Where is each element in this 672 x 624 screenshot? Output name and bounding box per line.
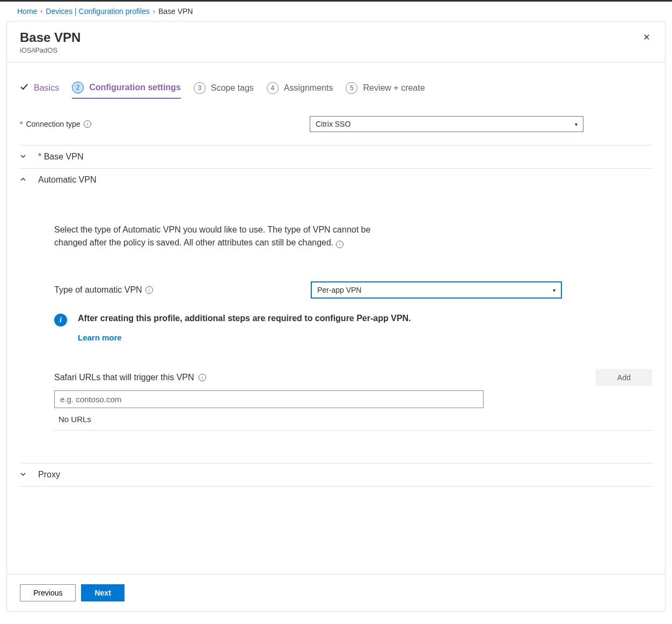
section-title: * Base VPN	[38, 152, 83, 162]
info-icon: i	[54, 314, 67, 326]
next-button[interactable]: Next	[81, 584, 124, 601]
tab-label: Scope tags	[211, 83, 254, 93]
section-proxy[interactable]: Proxy	[20, 463, 652, 487]
info-icon[interactable]: i	[84, 120, 91, 128]
blade-panel: Base VPN iOS/iPadOS ✕ Basics 2 Configura…	[6, 21, 666, 612]
safari-url-input[interactable]	[54, 390, 484, 408]
breadcrumb: Home › Devices | Configuration profiles …	[0, 2, 672, 21]
learn-more-link[interactable]: Learn more	[78, 333, 122, 342]
required-star: *	[20, 120, 23, 128]
tab-configuration-settings[interactable]: 2 Configuration settings	[72, 82, 181, 99]
chevron-up-icon	[20, 176, 27, 184]
tab-basics[interactable]: Basics	[20, 83, 59, 98]
chevron-down-icon: ▾	[553, 287, 556, 293]
page-subtitle: iOS/iPadOS	[20, 46, 81, 54]
footer: Previous Next	[7, 574, 665, 611]
step-number: 2	[72, 82, 84, 93]
breadcrumb-devices[interactable]: Devices | Configuration profiles	[46, 7, 150, 16]
breadcrumb-home[interactable]: Home	[17, 7, 37, 16]
info-icon[interactable]: i	[199, 374, 206, 381]
previous-button[interactable]: Previous	[20, 584, 76, 601]
select-value: Per-app VPN	[317, 286, 361, 294]
tab-label: Review + create	[363, 83, 425, 93]
tab-label: Basics	[34, 83, 59, 93]
tab-label: Configuration settings	[89, 83, 181, 92]
info-icon[interactable]: i	[145, 286, 153, 294]
step-number: 5	[346, 82, 357, 94]
blade-header: Base VPN iOS/iPadOS ✕	[7, 21, 665, 62]
tab-review-create[interactable]: 5 Review + create	[346, 82, 425, 98]
connection-type-row: * Connection type i Citrix SSO ▾	[20, 114, 652, 134]
no-urls-text: No URLs	[54, 408, 652, 431]
automatic-vpn-type-select[interactable]: Per-app VPN ▾	[311, 281, 562, 299]
section-title: Proxy	[38, 470, 60, 480]
section-automatic-vpn[interactable]: Automatic VPN	[20, 169, 652, 191]
section-title: Automatic VPN	[38, 175, 96, 185]
automatic-vpn-type-label: Type of automatic VPN	[54, 285, 142, 295]
connection-type-select[interactable]: Citrix SSO ▾	[310, 116, 583, 132]
close-icon: ✕	[643, 33, 650, 42]
blade-content: Basics 2 Configuration settings 3 Scope …	[7, 82, 665, 487]
step-number: 4	[267, 82, 279, 94]
info-banner: i After creating this profile, additiona…	[54, 314, 652, 342]
help-text: Select the type of Automatic VPN you wou…	[54, 223, 387, 249]
chevron-right-icon: ›	[153, 8, 155, 15]
check-icon	[20, 83, 28, 93]
breadcrumb-current: Base VPN	[158, 7, 193, 16]
connection-type-label: Connection type	[26, 120, 80, 128]
info-banner-text: After creating this profile, additional …	[78, 314, 411, 323]
step-number: 3	[194, 82, 206, 94]
info-icon[interactable]: i	[336, 241, 344, 248]
tab-label: Assignments	[284, 83, 333, 93]
safari-urls-section: Safari URLs that will trigger this VPN i…	[54, 369, 652, 431]
automatic-vpn-body: Select the type of Automatic VPN you wou…	[20, 223, 652, 431]
page-title: Base VPN	[20, 30, 81, 45]
wizard-tabs: Basics 2 Configuration settings 3 Scope …	[20, 82, 652, 99]
select-value: Citrix SSO	[316, 120, 350, 128]
tab-assignments[interactable]: 4 Assignments	[267, 82, 333, 98]
add-button[interactable]: Add	[596, 369, 652, 386]
chevron-right-icon: ›	[40, 8, 42, 15]
required-star: *	[38, 152, 44, 161]
section-base-vpn[interactable]: * Base VPN	[20, 145, 652, 169]
chevron-down-icon	[20, 471, 27, 479]
chevron-down-icon: ▾	[575, 121, 578, 127]
automatic-vpn-type-row: Type of automatic VPN i Per-app VPN ▾	[54, 281, 652, 299]
chevron-down-icon	[20, 153, 27, 161]
close-button[interactable]: ✕	[641, 30, 652, 45]
safari-urls-label: Safari URLs that will trigger this VPN	[54, 373, 194, 382]
tab-scope-tags[interactable]: 3 Scope tags	[194, 82, 254, 98]
